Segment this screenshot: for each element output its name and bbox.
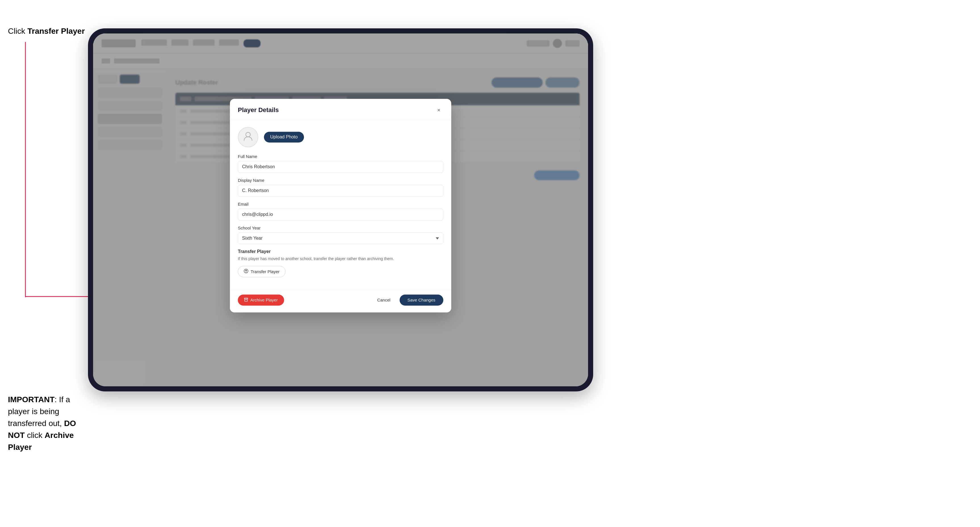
click-prefix: Click <box>8 27 27 35</box>
footer-left: Archive Player <box>238 294 284 305</box>
save-changes-button[interactable]: Save Changes <box>399 294 443 305</box>
important-text: IMPORTANT: If a player is being transfer… <box>8 394 90 453</box>
email-input[interactable] <box>238 208 443 221</box>
archive-icon <box>244 298 248 302</box>
full-name-label: Full Name <box>238 154 443 159</box>
cancel-button[interactable]: Cancel <box>372 294 396 305</box>
modal-body: Upload Photo Full Name Display Name Emai… <box>230 120 451 290</box>
upload-photo-button[interactable]: Upload Photo <box>264 132 304 142</box>
player-details-modal: Player Details × Upload Photo <box>230 99 451 312</box>
click-bold: Transfer Player <box>27 27 84 35</box>
transfer-section: Transfer Player If this player has moved… <box>238 249 443 277</box>
display-name-input[interactable] <box>238 185 443 197</box>
footer-right: Cancel Save Changes <box>372 294 443 305</box>
important-note: IMPORTANT: If a player is being transfer… <box>8 394 90 453</box>
avatar-placeholder-icon <box>243 131 253 143</box>
modal-footer: Archive Player Cancel Save Changes <box>230 290 451 312</box>
tablet-screen: Update Roster <box>93 33 588 386</box>
transfer-section-title: Transfer Player <box>238 249 443 254</box>
modal-close-button[interactable]: × <box>434 105 443 114</box>
display-name-label: Display Name <box>238 178 443 183</box>
full-name-input[interactable] <box>238 161 443 173</box>
archive-btn-label: Archive Player <box>250 298 278 302</box>
svg-rect-2 <box>244 298 248 298</box>
transfer-icon <box>244 268 248 274</box>
svg-point-0 <box>246 132 250 137</box>
full-name-field: Full Name <box>238 154 443 173</box>
tablet-device: Update Roster <box>88 29 593 391</box>
school-year-select[interactable]: Sixth Year <box>238 232 443 244</box>
avatar-section: Upload Photo <box>238 127 443 147</box>
display-name-field: Display Name <box>238 178 443 197</box>
important-label: IMPORTANT <box>8 395 54 404</box>
avatar-circle <box>238 127 258 147</box>
instruction-area: Click Transfer Player <box>8 25 88 42</box>
transfer-player-btn-label: Transfer Player <box>251 269 280 274</box>
click-instruction: Click Transfer Player <box>8 25 88 37</box>
transfer-player-button[interactable]: Transfer Player <box>238 266 285 277</box>
email-label: Email <box>238 202 443 206</box>
archive-player-button[interactable]: Archive Player <box>238 294 284 305</box>
email-field: Email <box>238 202 443 221</box>
school-year-field: School Year Sixth Year <box>238 225 443 244</box>
modal-title: Player Details <box>238 106 279 114</box>
modal-header: Player Details × <box>230 99 451 120</box>
transfer-description: If this player has moved to another scho… <box>238 256 443 262</box>
do-not-suffix: click <box>25 431 45 440</box>
annotation-line-vertical <box>25 42 26 297</box>
school-year-label: School Year <box>238 225 443 230</box>
